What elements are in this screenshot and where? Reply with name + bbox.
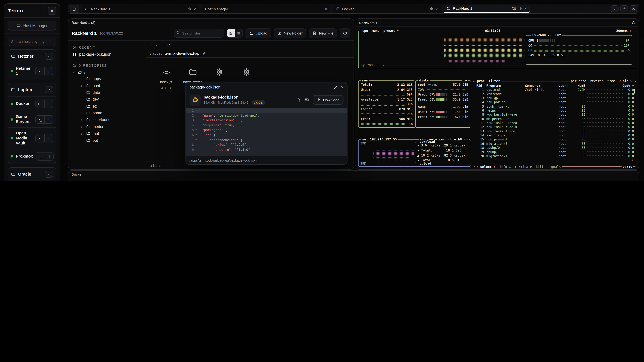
tab-racknerd1-terminal[interactable]: >_ RackNerd 1 × bbox=[82, 5, 199, 13]
new-folder-button[interactable]: New Folder bbox=[274, 28, 306, 38]
tree-item[interactable]: › lost+found bbox=[72, 116, 142, 123]
split-view-icon[interactable] bbox=[188, 7, 191, 11]
refresh-button[interactable] bbox=[340, 28, 350, 38]
process-row[interactable]: 1 systemd /sbin/init root 9.2M 0.0 bbox=[473, 88, 636, 92]
download-button[interactable]: Download bbox=[312, 95, 344, 105]
process-row[interactable]: 13 rcu_tasks_trace_ root 0B 0.0 bbox=[473, 129, 636, 134]
host-row[interactable]: Hetzner 1 >_ ⋮ bbox=[8, 63, 56, 79]
tree-item[interactable]: › etc bbox=[72, 103, 142, 110]
host-group-header[interactable]: Laptop bbox=[8, 83, 56, 96]
fold-icon[interactable] bbox=[194, 118, 198, 123]
list-view-button[interactable] bbox=[235, 29, 242, 37]
host-menu-button[interactable]: ⋮ bbox=[44, 67, 53, 75]
host-group-header[interactable]: Oracle bbox=[8, 168, 56, 181]
proc-scrollbar[interactable] bbox=[634, 89, 635, 93]
split-view-icon[interactable] bbox=[518, 6, 522, 10]
tools-button[interactable] bbox=[620, 5, 628, 12]
tree-item[interactable]: › mnt bbox=[72, 130, 142, 137]
new-file-button[interactable]: New File bbox=[309, 28, 337, 38]
close-icon[interactable]: × bbox=[194, 7, 196, 11]
grid-view-button[interactable] bbox=[227, 29, 235, 37]
host-row[interactable]: Open Media Vault >_ ⋮ bbox=[8, 127, 56, 149]
close-icon[interactable]: × bbox=[524, 6, 526, 10]
process-row[interactable]: 15 rcu_preempt root 0B 0.0 bbox=[473, 138, 636, 142]
tree-item[interactable]: › dev bbox=[72, 96, 142, 103]
host-menu-button[interactable]: ⋮ bbox=[44, 134, 53, 142]
process-row[interactable]: 10 mm_percpu_wq root 0B 0.0 bbox=[473, 117, 636, 121]
close-icon[interactable]: × bbox=[436, 7, 438, 11]
tree-item[interactable]: › boot bbox=[72, 82, 142, 89]
refresh-button[interactable] bbox=[167, 43, 170, 47]
open-terminal-button[interactable]: >_ bbox=[36, 100, 44, 108]
process-row[interactable]: 11 rcu_tasks_kthrea root 0B 0.0 bbox=[473, 121, 636, 125]
process-row[interactable]: 19 cpuhp/1 root 0B 0.0 bbox=[473, 150, 636, 154]
host-row[interactable]: Proxmox >_ ⋮ bbox=[8, 149, 56, 164]
open-terminal-button[interactable]: >_ bbox=[36, 134, 44, 142]
process-row[interactable]: 3 rcu_gp root 0B 0.0 bbox=[473, 96, 636, 100]
scroll-tabs-down-button[interactable] bbox=[611, 5, 618, 12]
tab-racknerd1-files[interactable]: RackNerd 1 (2) × bbox=[444, 5, 530, 13]
recent-file-item[interactable]: package-lock.json bbox=[72, 52, 142, 57]
tree-item[interactable]: › media bbox=[72, 123, 142, 130]
code-viewer[interactable]: 1 ∨ { 2 "name": "termix-download-api", 3… bbox=[186, 108, 347, 156]
open-terminal-button[interactable]: >_ bbox=[36, 152, 45, 160]
process-row[interactable]: 14 ksoftirqd/0 root 0B 0.0 bbox=[473, 133, 636, 138]
sidebar-collapse-button[interactable]: ≡ bbox=[48, 6, 56, 14]
fold-icon[interactable] bbox=[194, 123, 198, 128]
fold-icon[interactable]: ∨ bbox=[194, 108, 198, 113]
back-button[interactable]: ‹ bbox=[150, 42, 152, 47]
tree-item[interactable]: › apps bbox=[72, 75, 142, 82]
file-search-input[interactable] bbox=[174, 29, 224, 37]
expand-icon[interactable] bbox=[334, 85, 338, 89]
home-button[interactable] bbox=[70, 5, 78, 13]
process-row[interactable]: 16 migration/0 root 0B 0.0 bbox=[473, 142, 636, 146]
tree-root-item[interactable]: ∨ / bbox=[72, 70, 142, 74]
host-menu-button[interactable]: ⋮ bbox=[44, 115, 53, 123]
forward-button[interactable]: › bbox=[156, 42, 157, 47]
open-terminal-button[interactable]: >_ bbox=[36, 115, 44, 123]
process-row[interactable]: 2 kthreadd root 0B 0.0 bbox=[473, 92, 636, 96]
group-collapse-button[interactable] bbox=[44, 53, 53, 60]
group-collapse-button[interactable] bbox=[44, 86, 53, 93]
tab-docker[interactable]: Docker × bbox=[333, 5, 441, 13]
terminal-screen[interactable]: cpu menu preset * 03:31:25 - 2000ms + E5… bbox=[358, 28, 637, 168]
host-manager-button[interactable]: Host Manager bbox=[8, 21, 56, 30]
close-icon[interactable]: × bbox=[325, 7, 327, 11]
file-item-indexjs[interactable]: <> index.js 4.3 KB bbox=[155, 66, 177, 90]
group-collapse-button[interactable] bbox=[44, 171, 53, 178]
fold-icon[interactable]: ∨ bbox=[194, 138, 198, 142]
fold-icon[interactable] bbox=[194, 147, 198, 152]
host-row[interactable]: Docker >_ ⋮ bbox=[8, 96, 56, 111]
open-terminal-button[interactable]: >_ bbox=[36, 67, 44, 75]
fold-icon[interactable]: ∨ bbox=[194, 128, 198, 133]
process-row[interactable]: 6 netns root 0B 0.0 bbox=[473, 109, 636, 113]
edit-path-icon[interactable] bbox=[202, 52, 206, 55]
tree-item[interactable]: › data bbox=[72, 89, 142, 96]
tree-item[interactable]: › home bbox=[72, 110, 142, 116]
search-icon[interactable] bbox=[296, 98, 300, 102]
upload-button[interactable]: Upload bbox=[246, 28, 271, 38]
scroll-tabs-up-button[interactable] bbox=[630, 5, 637, 12]
fold-icon[interactable]: ∨ bbox=[194, 133, 198, 138]
up-button[interactable]: ↑ bbox=[161, 43, 163, 47]
fold-icon[interactable] bbox=[194, 142, 198, 147]
split-view-icon[interactable] bbox=[430, 7, 433, 11]
tab-host-manager[interactable]: Host Manager × bbox=[202, 5, 330, 13]
host-row[interactable]: Game Servers >_ ⋮ bbox=[8, 111, 56, 127]
process-row[interactable]: 20 migration/1 root 0B 0.0 bbox=[473, 154, 636, 158]
tree-item[interactable]: › opt bbox=[72, 137, 142, 144]
host-row[interactable]: Oracle Sam >_ ⋮ bbox=[8, 181, 56, 181]
process-row[interactable]: 8 kworker/0:0H-eve root 0B 0.0 bbox=[473, 113, 636, 117]
fold-icon[interactable] bbox=[194, 113, 198, 118]
host-menu-button[interactable]: ⋮ bbox=[45, 152, 54, 160]
host-group-header[interactable]: Hetzner bbox=[8, 50, 56, 63]
host-search-input[interactable] bbox=[8, 37, 56, 46]
host-menu-button[interactable]: ⋮ bbox=[44, 100, 53, 108]
process-row[interactable]: 5 slub_flushwq root 0B 0.0 bbox=[473, 104, 636, 109]
process-row[interactable]: 4 rcu_par_gp root 0B 0.0 bbox=[473, 100, 636, 105]
close-icon[interactable]: × bbox=[341, 85, 344, 90]
reconnect-icon[interactable] bbox=[632, 21, 636, 25]
process-row[interactable]: 18 cpuhp/0 root 0B 0.0 bbox=[473, 146, 636, 150]
process-row[interactable]: 12 rcu_tasks_rude_k root 0B 0.0 bbox=[473, 125, 636, 129]
keyboard-icon[interactable] bbox=[304, 97, 309, 102]
